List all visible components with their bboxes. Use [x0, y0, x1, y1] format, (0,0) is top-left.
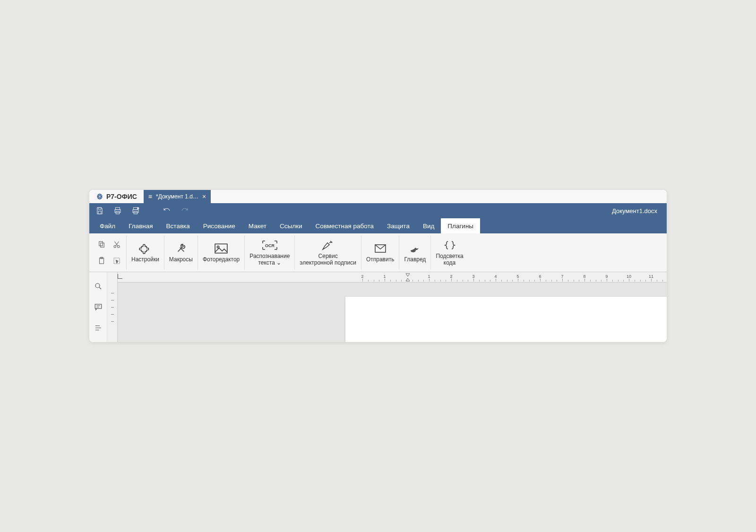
quick-print-button[interactable]: [131, 206, 140, 215]
save-button[interactable]: [95, 206, 104, 215]
menu-item-6[interactable]: Совместная работа: [309, 218, 381, 233]
document-main: 211234567891011: [118, 272, 667, 342]
svg-rect-21: [95, 304, 102, 309]
svg-rect-2: [116, 207, 120, 210]
pen-icon: [321, 239, 335, 251]
plugin-ocr-label: Распознавание текста ⌄: [249, 253, 290, 266]
plugin-signature[interactable]: Сервис электронной подписи: [295, 235, 361, 270]
headings-button[interactable]: [94, 323, 103, 333]
document-tab[interactable]: ≡ *Документ 1.d… ×: [144, 190, 211, 203]
svg-rect-9: [99, 241, 103, 246]
print-button[interactable]: [113, 206, 122, 215]
indent-marker-icon[interactable]: [405, 273, 410, 283]
plugin-settings-label: Настройки: [131, 257, 159, 263]
plugin-send-label: Отправить: [366, 257, 395, 263]
menu-item-9[interactable]: Плагины: [441, 218, 480, 233]
menu-item-8[interactable]: Вид: [416, 218, 441, 233]
tools-icon: [175, 242, 187, 255]
plugin-settings[interactable]: Настройки: [127, 235, 164, 270]
braces-icon: [444, 239, 456, 251]
undo-button[interactable]: [162, 206, 172, 215]
plugin-glavred-label: Главред: [404, 257, 426, 263]
quick-access-toolbar: Документ1.docx: [89, 203, 667, 218]
plugin-ocr[interactable]: OCR Распознавание текста ⌄: [245, 235, 295, 270]
app-window: Р7-ОФИС ≡ *Документ 1.d… × Документ1.doc…: [89, 190, 667, 342]
ribbon-plugins: Настройки Макросы Фоторедактор OCR Распо…: [89, 233, 667, 272]
page-canvas[interactable]: [118, 283, 667, 342]
document-page[interactable]: [345, 297, 667, 342]
paste-button[interactable]: [96, 254, 107, 267]
plugin-photo-editor[interactable]: Фоторедактор: [198, 235, 245, 270]
close-icon[interactable]: ×: [202, 193, 206, 200]
vertical-ruler: [107, 272, 118, 342]
menu-item-5[interactable]: Ссылки: [273, 218, 309, 233]
plugin-code-highlight-label: Подсветка кода: [436, 253, 463, 266]
select-all-button[interactable]: [111, 254, 122, 267]
plugin-glavred[interactable]: Главред: [399, 235, 431, 270]
envelope-icon: [374, 242, 387, 255]
plugin-signature-label: Сервис электронной подписи: [300, 253, 356, 266]
search-button[interactable]: [94, 282, 103, 291]
document-filename: Документ1.docx: [612, 207, 661, 215]
ocr-icon: OCR: [262, 239, 278, 251]
menu-item-7[interactable]: Защита: [380, 218, 416, 233]
menu-item-4[interactable]: Макет: [242, 218, 273, 233]
redo-button[interactable]: [180, 206, 189, 215]
menu-item-1[interactable]: Главная: [122, 218, 159, 233]
svg-rect-10: [101, 243, 104, 247]
menu-item-3[interactable]: Рисование: [197, 218, 242, 233]
clipboard-tools: [92, 235, 127, 270]
ruler-corner-icon: [118, 274, 122, 279]
copy-button[interactable]: [96, 238, 107, 251]
svg-point-8: [137, 207, 139, 210]
app-logo-icon: [96, 193, 103, 200]
svg-rect-0: [98, 207, 101, 209]
app-logo: Р7-ОФИС: [89, 190, 144, 203]
document-area: 211234567891011: [89, 272, 667, 342]
svg-point-20: [95, 283, 100, 288]
menu-item-0[interactable]: Файл: [93, 218, 122, 233]
svg-text:OCR: OCR: [265, 243, 275, 248]
comments-button[interactable]: [94, 302, 103, 312]
svg-point-17: [217, 246, 219, 248]
app-name: Р7-ОФИС: [106, 193, 137, 200]
left-sidebar: [89, 272, 107, 342]
pipe-icon: [409, 242, 421, 255]
tab-menu-icon[interactable]: ≡: [148, 193, 152, 200]
plugin-photo-editor-label: Фоторедактор: [203, 257, 240, 263]
title-bar: Р7-ОФИС ≡ *Документ 1.d… ×: [89, 190, 667, 203]
menu-item-2[interactable]: Вставка: [160, 218, 197, 233]
svg-rect-1: [98, 211, 101, 214]
puzzle-icon: [138, 242, 152, 255]
plugin-send[interactable]: Отправить: [361, 235, 400, 270]
plugin-code-highlight[interactable]: Подсветка кода: [431, 235, 468, 270]
horizontal-ruler[interactable]: 211234567891011: [118, 272, 667, 283]
svg-rect-16: [215, 244, 227, 253]
image-icon: [214, 242, 228, 255]
cut-button[interactable]: [111, 238, 122, 251]
plugin-macros-label: Макросы: [169, 257, 193, 263]
menu-bar: ФайлГлавнаяВставкаРисованиеМакетСсылкиСо…: [89, 218, 667, 233]
plugin-macros[interactable]: Макросы: [164, 235, 198, 270]
tab-title: *Документ 1.d…: [156, 193, 198, 200]
